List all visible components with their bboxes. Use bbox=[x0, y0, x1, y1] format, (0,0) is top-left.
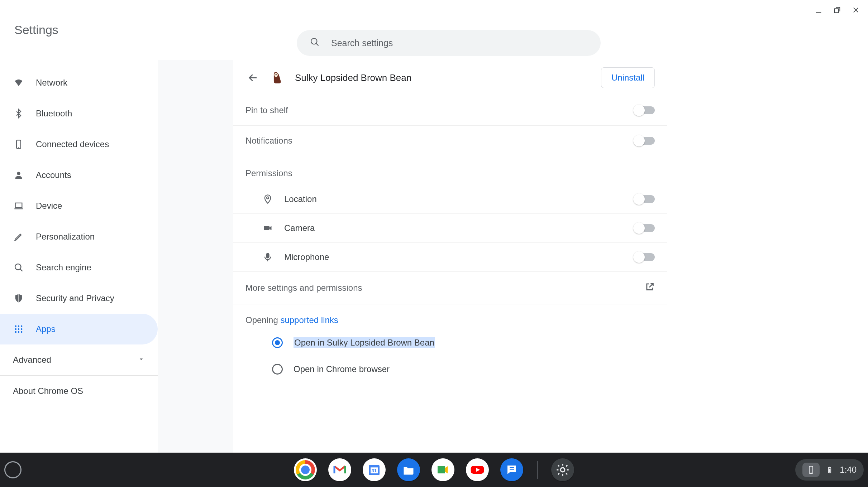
search-icon bbox=[13, 262, 24, 273]
shelf-settings-icon[interactable] bbox=[551, 458, 574, 481]
shield-icon bbox=[13, 293, 24, 304]
sidebar-item-label: Connected devices bbox=[36, 139, 109, 149]
svg-point-13 bbox=[15, 326, 17, 327]
opening-links-header: Opening supported links bbox=[233, 304, 667, 329]
system-tray[interactable]: 1:40 bbox=[795, 459, 864, 481]
pin-to-shelf-toggle[interactable] bbox=[635, 106, 655, 114]
sidebar-item-search-engine[interactable]: Search engine bbox=[0, 252, 158, 283]
pencil-icon bbox=[13, 231, 24, 242]
shelf-separator bbox=[537, 461, 538, 479]
sidebar-item-security[interactable]: Security and Privacy bbox=[0, 283, 158, 314]
sidebar-item-device[interactable]: Device bbox=[0, 191, 158, 221]
svg-rect-1 bbox=[835, 9, 839, 13]
sidebar-item-network[interactable]: Network bbox=[0, 67, 158, 98]
sidebar-about[interactable]: About Chrome OS bbox=[0, 376, 158, 406]
pin-to-shelf-label: Pin to shelf bbox=[245, 105, 288, 115]
advanced-label: Advanced bbox=[13, 355, 51, 365]
sidebar-item-apps[interactable]: Apps bbox=[0, 314, 158, 344]
svg-line-12 bbox=[20, 269, 22, 271]
location-label: Location bbox=[284, 194, 317, 204]
sidebar-item-label: Apps bbox=[36, 324, 56, 334]
svg-point-18 bbox=[21, 328, 23, 330]
window-minimize-button[interactable] bbox=[814, 5, 824, 15]
more-settings-label: More settings and permissions bbox=[245, 283, 362, 293]
shelf-messages-icon[interactable] bbox=[500, 458, 523, 481]
svg-text:31: 31 bbox=[372, 468, 377, 473]
shelf-calendar-icon[interactable]: 31 bbox=[363, 458, 386, 481]
search-icon bbox=[310, 37, 320, 49]
sidebar: Network Bluetooth Connected devices Acco… bbox=[0, 60, 158, 453]
sidebar-item-connected-devices[interactable]: Connected devices bbox=[0, 129, 158, 160]
chevron-down-icon bbox=[138, 355, 145, 365]
radio-label: Open in Sulky Lopsided Brown Bean bbox=[294, 337, 435, 348]
microphone-toggle[interactable] bbox=[635, 253, 655, 261]
launcher-button[interactable] bbox=[4, 461, 22, 478]
laptop-icon bbox=[13, 200, 24, 212]
svg-point-15 bbox=[21, 326, 23, 327]
permissions-header: Permissions bbox=[233, 156, 667, 185]
notifications-toggle[interactable] bbox=[635, 137, 655, 145]
radio-open-in-browser[interactable]: Open in Chrome browser bbox=[233, 356, 667, 382]
app-icon bbox=[271, 71, 285, 85]
radio-button-icon bbox=[272, 364, 283, 375]
camera-label: Camera bbox=[284, 223, 315, 233]
sidebar-item-label: Accounts bbox=[36, 170, 71, 180]
uninstall-button[interactable]: Uninstall bbox=[601, 67, 655, 88]
bluetooth-icon bbox=[13, 108, 24, 119]
sidebar-item-label: Search engine bbox=[36, 262, 91, 273]
svg-point-17 bbox=[18, 328, 20, 330]
svg-line-5 bbox=[316, 43, 318, 45]
shelf-chrome-icon[interactable] bbox=[294, 458, 317, 481]
shelf: 31 1:40 bbox=[0, 453, 868, 487]
svg-point-4 bbox=[311, 38, 317, 44]
app-detail-panel: Sulky Lopsided Brown Bean Uninstall Pin … bbox=[233, 60, 667, 453]
sidebar-item-label: Security and Privacy bbox=[36, 293, 114, 303]
shelf-files-icon[interactable] bbox=[397, 458, 420, 481]
sidebar-item-bluetooth[interactable]: Bluetooth bbox=[0, 98, 158, 129]
tray-phone-icon[interactable] bbox=[802, 463, 820, 477]
shelf-meet-icon[interactable] bbox=[431, 458, 454, 481]
microphone-label: Microphone bbox=[284, 252, 329, 262]
search-bar[interactable] bbox=[297, 30, 601, 56]
svg-rect-27 bbox=[267, 254, 269, 258]
tray-clock: 1:40 bbox=[840, 465, 857, 475]
svg-point-11 bbox=[15, 264, 21, 270]
microphone-icon bbox=[262, 252, 273, 262]
svg-point-19 bbox=[15, 331, 17, 333]
app-title: Sulky Lopsided Brown Bean bbox=[295, 72, 591, 83]
svg-rect-33 bbox=[438, 466, 445, 473]
svg-rect-42 bbox=[829, 469, 831, 473]
sidebar-advanced-toggle[interactable]: Advanced bbox=[0, 344, 158, 375]
svg-point-24 bbox=[276, 74, 277, 75]
page-title: Settings bbox=[14, 23, 58, 37]
svg-point-23 bbox=[275, 73, 278, 77]
svg-line-29 bbox=[649, 284, 653, 288]
sidebar-item-label: Bluetooth bbox=[36, 109, 72, 119]
notifications-label: Notifications bbox=[245, 136, 292, 146]
apps-grid-icon bbox=[13, 323, 24, 335]
location-toggle[interactable] bbox=[635, 195, 655, 203]
back-button[interactable] bbox=[245, 70, 261, 85]
shelf-youtube-icon[interactable] bbox=[466, 458, 489, 481]
window-restore-button[interactable] bbox=[832, 5, 842, 15]
search-input[interactable] bbox=[331, 38, 588, 48]
supported-links-link[interactable]: supported links bbox=[280, 315, 338, 325]
sidebar-item-personalization[interactable]: Personalization bbox=[0, 221, 158, 252]
window-close-button[interactable] bbox=[851, 5, 861, 15]
sidebar-item-accounts[interactable]: Accounts bbox=[0, 160, 158, 191]
radio-open-in-app[interactable]: Open in Sulky Lopsided Brown Bean bbox=[233, 329, 667, 356]
camera-toggle[interactable] bbox=[635, 224, 655, 232]
wifi-icon bbox=[13, 77, 24, 88]
camera-icon bbox=[262, 223, 273, 233]
svg-point-20 bbox=[18, 331, 20, 333]
sidebar-item-label: Network bbox=[36, 78, 67, 88]
radio-button-icon bbox=[272, 337, 283, 348]
svg-point-14 bbox=[18, 326, 20, 327]
more-settings-link[interactable]: More settings and permissions bbox=[233, 272, 667, 304]
right-gutter bbox=[667, 60, 868, 453]
shelf-gmail-icon[interactable] bbox=[328, 458, 351, 481]
phone-icon bbox=[13, 139, 24, 150]
about-label: About Chrome OS bbox=[13, 386, 83, 396]
open-external-icon bbox=[645, 282, 655, 294]
svg-point-37 bbox=[561, 468, 565, 472]
